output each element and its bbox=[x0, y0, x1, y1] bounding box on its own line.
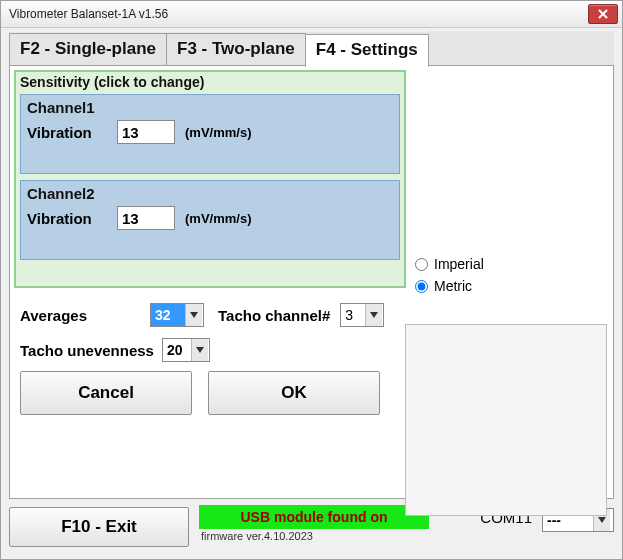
channel2-vibration-input[interactable] bbox=[117, 206, 175, 230]
tacho-channel-dropdown-button[interactable] bbox=[365, 304, 382, 326]
svg-marker-2 bbox=[190, 312, 198, 318]
window-title: Vibrometer Balanset-1A v1.56 bbox=[9, 7, 168, 21]
tacho-channel-value[interactable] bbox=[341, 304, 365, 326]
chevron-down-icon bbox=[190, 312, 198, 318]
channel1-panel: Channel1 Vibration (mV/mm/s) bbox=[20, 94, 400, 174]
tacho-unevenness-dropdown-button[interactable] bbox=[191, 339, 208, 361]
tab-two-plane[interactable]: F3 - Two-plane bbox=[166, 33, 306, 66]
tab-settings[interactable]: F4 - Settings bbox=[305, 34, 429, 67]
sensitivity-title: Sensitivity (click to change) bbox=[16, 72, 404, 94]
close-button[interactable] bbox=[588, 4, 618, 24]
unit-imperial-label: Imperial bbox=[434, 256, 484, 272]
chevron-down-icon bbox=[196, 347, 204, 353]
side-panel bbox=[405, 324, 607, 516]
svg-marker-4 bbox=[196, 347, 204, 353]
tacho-unevenness-combo[interactable] bbox=[162, 338, 210, 362]
tacho-unevenness-label: Tacho unevenness bbox=[20, 342, 154, 359]
tabstrip-filler bbox=[429, 31, 614, 66]
app-window: Vibrometer Balanset-1A v1.56 F2 - Single… bbox=[0, 0, 623, 560]
channel1-vibration-label: Vibration bbox=[27, 124, 117, 141]
tacho-channel-combo[interactable] bbox=[340, 303, 384, 327]
exit-button[interactable]: F10 - Exit bbox=[9, 507, 189, 547]
channel2-label: Channel2 bbox=[27, 185, 393, 202]
ok-button[interactable]: OK bbox=[208, 371, 380, 415]
averages-value[interactable] bbox=[151, 304, 185, 326]
chevron-down-icon bbox=[370, 312, 378, 318]
titlebar: Vibrometer Balanset-1A v1.56 bbox=[1, 1, 622, 28]
svg-marker-5 bbox=[598, 517, 606, 523]
averages-dropdown-button[interactable] bbox=[185, 304, 202, 326]
channel2-panel: Channel2 Vibration (mV/mm/s) bbox=[20, 180, 400, 260]
channel2-vibration-label: Vibration bbox=[27, 210, 117, 227]
cancel-button[interactable]: Cancel bbox=[20, 371, 192, 415]
tab-single-plane[interactable]: F2 - Single-plane bbox=[9, 33, 167, 66]
usb-status: USB module found on bbox=[199, 505, 429, 529]
client-area: F2 - Single-plane F3 - Two-plane F4 - Se… bbox=[1, 28, 622, 559]
unit-radio-group: Imperial Metric bbox=[415, 256, 484, 300]
settings-page: Sensitivity (click to change) Channel1 V… bbox=[9, 66, 614, 499]
channel1-unit: (mV/mm/s) bbox=[185, 125, 251, 140]
channel1-vibration-input[interactable] bbox=[117, 120, 175, 144]
sensitivity-group[interactable]: Sensitivity (click to change) Channel1 V… bbox=[14, 70, 406, 288]
unit-metric-option[interactable]: Metric bbox=[415, 278, 484, 294]
unit-imperial-option[interactable]: Imperial bbox=[415, 256, 484, 272]
tacho-unevenness-value[interactable] bbox=[163, 339, 191, 361]
channel2-unit: (mV/mm/s) bbox=[185, 211, 251, 226]
unit-metric-radio[interactable] bbox=[415, 280, 428, 293]
firmware-version: firmware ver.4.10.2023 bbox=[199, 530, 466, 542]
unit-imperial-radio[interactable] bbox=[415, 258, 428, 271]
unit-metric-label: Metric bbox=[434, 278, 472, 294]
svg-marker-3 bbox=[370, 312, 378, 318]
averages-combo[interactable] bbox=[150, 303, 204, 327]
tacho-channel-label: Tacho channel# bbox=[218, 307, 330, 324]
averages-label: Averages bbox=[20, 307, 150, 324]
chevron-down-icon bbox=[598, 517, 606, 523]
channel1-label: Channel1 bbox=[27, 99, 393, 116]
tab-bar: F2 - Single-plane F3 - Two-plane F4 - Se… bbox=[9, 32, 614, 66]
close-icon bbox=[598, 9, 608, 19]
